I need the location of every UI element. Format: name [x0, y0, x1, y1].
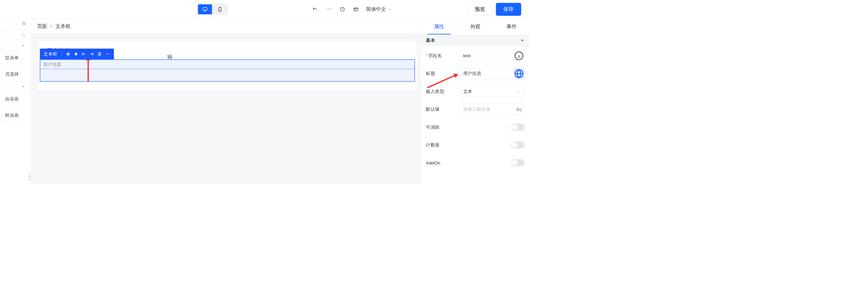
svg-point-5 [22, 34, 24, 36]
row-default-value: 默认值 请输入静态值 f(x) [426, 102, 524, 117]
delete-button[interactable] [96, 50, 103, 58]
tab-properties[interactable]: 属性 [421, 19, 457, 34]
insert-before-button[interactable] [80, 50, 88, 58]
row-counter: 计数器 [426, 138, 524, 153]
input-title[interactable]: 用户信息 [459, 68, 514, 79]
canvas-area: 页面 > 文本框 用户信息 辑 文本框 [31, 19, 421, 184]
selected-textfield[interactable]: 用户信息 [40, 59, 415, 81]
insert-after-button[interactable] [88, 50, 96, 58]
chevron-down-icon [517, 90, 521, 93]
device-switch [197, 3, 228, 15]
svg-rect-4 [354, 8, 358, 11]
palette-item-form[interactable]: 型表单 [2, 51, 29, 65]
undo-icon [312, 6, 318, 12]
default-value-fx-button[interactable]: f(x) [514, 104, 524, 115]
label-default-value: 默认值 [426, 106, 439, 112]
title-i18n-button[interactable] [514, 68, 524, 79]
language-label: 简体中文 [366, 6, 386, 13]
save-button[interactable]: 保存 [496, 3, 521, 16]
more-button[interactable] [103, 50, 111, 58]
row-addon: AddOn [426, 155, 524, 170]
grid-button[interactable] [352, 5, 360, 13]
component-palette: 型表单 员选择 由容器 附容器 [0, 19, 31, 184]
selection-type-label: 文本框 [42, 51, 60, 57]
move-icon [66, 52, 70, 56]
dots-icon [105, 52, 110, 56]
textfield-label: 用户信息 [40, 60, 414, 69]
property-tabs: 属性 外观 事件 [421, 19, 530, 34]
sidebar-expand-handle[interactable] [28, 171, 31, 182]
selection-toolbar: 文本框 [40, 49, 114, 60]
trash-icon [97, 52, 102, 56]
svg-rect-0 [203, 7, 207, 10]
info-icon [514, 50, 524, 61]
section-basic-header[interactable]: 基本 [421, 34, 530, 46]
breadcrumb-separator: > [50, 23, 53, 29]
device-mobile-button[interactable] [213, 4, 227, 14]
svg-point-9 [107, 53, 108, 54]
label-clearable: 可清除 [426, 124, 439, 130]
svg-point-10 [108, 53, 109, 54]
toggle-addon[interactable] [511, 159, 524, 167]
device-desktop-button[interactable] [198, 4, 212, 14]
row-title: 标题 用户信息 [426, 66, 524, 81]
collapse-toggle-1[interactable] [2, 42, 29, 49]
breadcrumb-current: 文本框 [55, 23, 70, 30]
svg-point-8 [106, 53, 107, 54]
breadcrumb-parent[interactable]: 页面 [37, 23, 47, 30]
arrow-left-bar-icon [82, 52, 86, 56]
debug-button[interactable] [72, 50, 80, 58]
component-search[interactable] [2, 30, 29, 40]
top-toolbar: 简体中文 预览 保存 [0, 0, 530, 19]
svg-point-2 [220, 11, 220, 11]
label-field-name: 字段名 [428, 52, 442, 59]
collapse-toggle-2[interactable] [2, 83, 29, 90]
input-field-name[interactable]: text [459, 50, 514, 61]
palette-item-user-select[interactable]: 员选择 [2, 67, 29, 81]
globe-icon [514, 68, 524, 79]
label-counter: 计数器 [426, 142, 439, 148]
field-name-info[interactable] [514, 50, 524, 61]
grid-icon [353, 6, 359, 12]
palette-item-free-container[interactable]: 由容器 [2, 92, 29, 106]
history-actions: 简体中文 [311, 5, 391, 13]
property-panel: 属性 外观 事件 基本 *字段名 text 标题 [421, 19, 530, 184]
clock-icon [340, 6, 345, 12]
row-clearable: 可清除 [426, 120, 524, 134]
mobile-icon [217, 6, 223, 12]
toolbar-separator [62, 51, 62, 57]
search-icon [21, 33, 26, 37]
form-card: 用户信息 辑 文本框 [38, 41, 417, 90]
preview-button[interactable]: 预览 [467, 3, 493, 16]
section-basic-label: 基本 [426, 37, 435, 43]
breadcrumb: 页面 > 文本框 [31, 19, 421, 34]
tab-events[interactable]: 事件 [494, 19, 530, 34]
language-selector[interactable]: 简体中文 [366, 6, 391, 13]
select-input-type[interactable]: 文本 [459, 85, 524, 97]
toggle-clearable[interactable] [511, 124, 524, 131]
undo-button[interactable] [311, 5, 319, 13]
move-handle[interactable] [64, 50, 72, 58]
fx-icon: f(x) [516, 107, 522, 111]
redo-button[interactable] [325, 5, 332, 13]
chevron-down-icon [21, 84, 25, 89]
arrow-right-bar-icon [89, 52, 94, 56]
design-canvas[interactable]: 用户信息 辑 文本框 [31, 34, 421, 184]
chevron-down-icon [520, 38, 524, 43]
history-button[interactable] [339, 5, 346, 13]
row-field-name: *字段名 text [426, 48, 524, 63]
select-input-type-value: 文本 [463, 88, 472, 94]
textfield-input[interactable] [40, 69, 414, 81]
palette-item-attach-container[interactable]: 附容器 [2, 108, 29, 122]
redo-icon [326, 6, 331, 12]
toggle-counter[interactable] [511, 141, 524, 148]
label-input-type: 输入类型 [426, 88, 444, 94]
chevron-down-icon [21, 43, 25, 47]
tab-appearance[interactable]: 外观 [457, 19, 493, 34]
chevron-down-icon [387, 7, 391, 11]
label-addon: AddOn [426, 160, 440, 165]
svg-rect-7 [75, 54, 77, 55]
desktop-icon [202, 6, 208, 12]
pin-button[interactable] [22, 21, 26, 26]
input-default-value[interactable]: 请输入静态值 [459, 104, 514, 115]
